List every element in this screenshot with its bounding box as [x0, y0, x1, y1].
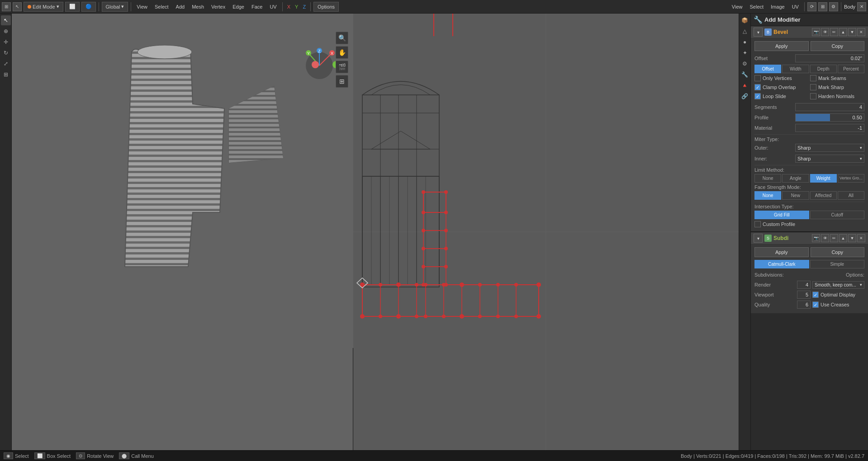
fs-new-btn[interactable]: New	[782, 191, 809, 200]
subdi-viewport-icon[interactable]: 👁	[821, 234, 829, 242]
zoom-icon[interactable]: 🔍	[336, 32, 348, 44]
clamp-overlap-checkbox[interactable]	[754, 84, 761, 90]
quality-value[interactable]: 6	[797, 301, 811, 309]
close-btn[interactable]: ✕	[857, 2, 866, 11]
camera-icon[interactable]: 🎬	[336, 61, 348, 73]
subdi-collapse-btn[interactable]: ▾	[754, 234, 763, 243]
limit-angle-btn[interactable]: Angle	[782, 174, 809, 183]
rv-select[interactable]: Select	[747, 3, 766, 10]
sidebar-constraints[interactable]: 🔗	[740, 91, 750, 101]
subdi-apply-btn[interactable]: Apply	[754, 247, 809, 257]
limit-none-btn[interactable]: None	[754, 174, 781, 183]
sidebar-physics[interactable]: ⚙	[740, 59, 750, 69]
subdi-copy-btn[interactable]: Copy	[811, 247, 865, 257]
bevel-copy-btn[interactable]: Copy	[811, 41, 865, 51]
hand-icon[interactable]: ✋	[336, 46, 348, 59]
outer-dropdown[interactable]: Sharp ▾	[795, 144, 864, 152]
menu-view[interactable]: View	[134, 3, 150, 10]
z-axis-btn[interactable]: Z	[301, 4, 308, 9]
profile-slider[interactable]: 0.50	[795, 113, 864, 122]
menu-mesh[interactable]: Mesh	[189, 3, 207, 10]
rv-view[interactable]: View	[729, 3, 745, 10]
fs-none-btn[interactable]: None	[754, 191, 781, 200]
tool-scale[interactable]: ⤢	[1, 59, 11, 69]
bevel-close-btn[interactable]: ✕	[857, 28, 865, 36]
offset-value[interactable]: 0.02"	[795, 54, 864, 62]
viewport-value[interactable]: 5	[797, 291, 811, 299]
optimal-display-checkbox[interactable]	[812, 292, 819, 298]
viewport-3d[interactable]: X Y Z	[12, 14, 353, 450]
x-axis-btn[interactable]: X	[285, 4, 292, 9]
menu-vertex[interactable]: Vertex	[209, 3, 228, 10]
tool-move[interactable]: ✛	[1, 37, 11, 47]
rv-image[interactable]: Image	[768, 3, 787, 10]
grid-view-icon[interactable]: ⊞	[336, 75, 348, 88]
fs-all-btn[interactable]: All	[838, 191, 864, 200]
only-vertices-checkbox[interactable]	[754, 75, 761, 81]
limit-weight-btn[interactable]: Weight	[810, 174, 837, 183]
overlay-toggle[interactable]: 🔵	[81, 2, 96, 12]
sync-icon[interactable]: ⟳	[807, 2, 816, 11]
menu-edge[interactable]: Edge	[230, 3, 247, 10]
rv-uv[interactable]: UV	[789, 3, 802, 10]
render-option-dropdown[interactable]: Smooth, keep com... ▾	[812, 281, 864, 289]
tool-transform[interactable]: ⊞	[1, 70, 11, 80]
mark-sharp-checkbox[interactable]	[810, 84, 816, 90]
select-icon[interactable]: ↖	[13, 2, 22, 11]
inner-dropdown[interactable]: Sharp ▾	[795, 155, 864, 163]
grid-icon[interactable]: ⊞	[818, 2, 827, 11]
tab-width[interactable]: Width	[782, 65, 809, 73]
tool-select[interactable]: ↖	[1, 15, 11, 25]
mark-seams-checkbox[interactable]	[810, 75, 816, 81]
sidebar-particles[interactable]: ✦	[740, 48, 750, 58]
sidebar-mesh[interactable]: △	[740, 26, 750, 36]
profile-label: Profile	[754, 115, 795, 120]
int-cutoff-btn[interactable]: Cutoff	[810, 211, 865, 219]
menu-select[interactable]: Select	[152, 3, 171, 10]
sidebar-object[interactable]: 📦	[740, 15, 750, 25]
y-axis-btn[interactable]: Y	[293, 4, 300, 9]
bevel-viewport-icon[interactable]: 👁	[821, 28, 829, 36]
segments-value[interactable]: 4	[795, 103, 864, 111]
bevel-down-btn[interactable]: ▼	[848, 28, 856, 36]
limit-vertex-btn[interactable]: Vertex Gro...	[838, 174, 864, 183]
material-value[interactable]: -1	[795, 124, 864, 132]
options-btn[interactable]: Options	[313, 2, 339, 12]
sidebar-material[interactable]: ●	[740, 37, 750, 47]
settings-icon[interactable]: ⚙	[829, 2, 838, 11]
harden-normals-checkbox[interactable]	[810, 93, 816, 99]
render-value[interactable]: 4	[797, 281, 811, 289]
mode-icon[interactable]: ⊞	[2, 2, 11, 11]
loop-slide-checkbox[interactable]	[754, 93, 761, 99]
catmull-clark-btn[interactable]: Catmull-Clark	[754, 260, 809, 268]
bevel-apply-btn[interactable]: Apply	[754, 41, 809, 51]
int-gridfill-btn[interactable]: Grid Fill	[754, 211, 809, 219]
menu-uv[interactable]: UV	[267, 3, 279, 10]
simple-btn[interactable]: Simple	[810, 260, 865, 268]
custom-profile-checkbox[interactable]	[754, 221, 761, 227]
tool-cursor[interactable]: ⊕	[1, 26, 11, 36]
tab-offset[interactable]: Offset	[754, 65, 781, 73]
tab-percent[interactable]: Percent	[838, 65, 864, 73]
edit-mode-selector[interactable]: Edit Mode ▾	[24, 2, 63, 12]
subdi-down-btn[interactable]: ▼	[848, 234, 856, 242]
sidebar-modifiers[interactable]: 🔧	[740, 70, 750, 80]
viewport-uv[interactable]	[353, 14, 739, 450]
global-mode[interactable]: Global ▾	[102, 2, 128, 12]
subdi-edit-icon[interactable]: ✏	[830, 234, 838, 242]
tab-depth[interactable]: Depth	[810, 65, 837, 73]
subdi-close-btn[interactable]: ✕	[857, 234, 865, 242]
viewport-shading[interactable]: ⬜	[65, 2, 80, 12]
bevel-up-btn[interactable]: ▲	[839, 28, 847, 36]
tool-rotate[interactable]: ↻	[1, 48, 11, 58]
bevel-camera-icon[interactable]: 📷	[812, 28, 820, 36]
bevel-collapse-btn[interactable]: ▾	[754, 28, 763, 37]
subdi-up-btn[interactable]: ▲	[839, 234, 847, 242]
fs-affected-btn[interactable]: Affected	[810, 191, 837, 200]
menu-add[interactable]: Add	[173, 3, 188, 10]
subdi-camera-icon[interactable]: 📷	[812, 234, 820, 242]
sidebar-object-data[interactable]: 🔺	[740, 80, 750, 90]
menu-face[interactable]: Face	[249, 3, 265, 10]
use-creases-checkbox[interactable]	[812, 301, 819, 308]
bevel-edit-icon[interactable]: ✏	[830, 28, 838, 36]
